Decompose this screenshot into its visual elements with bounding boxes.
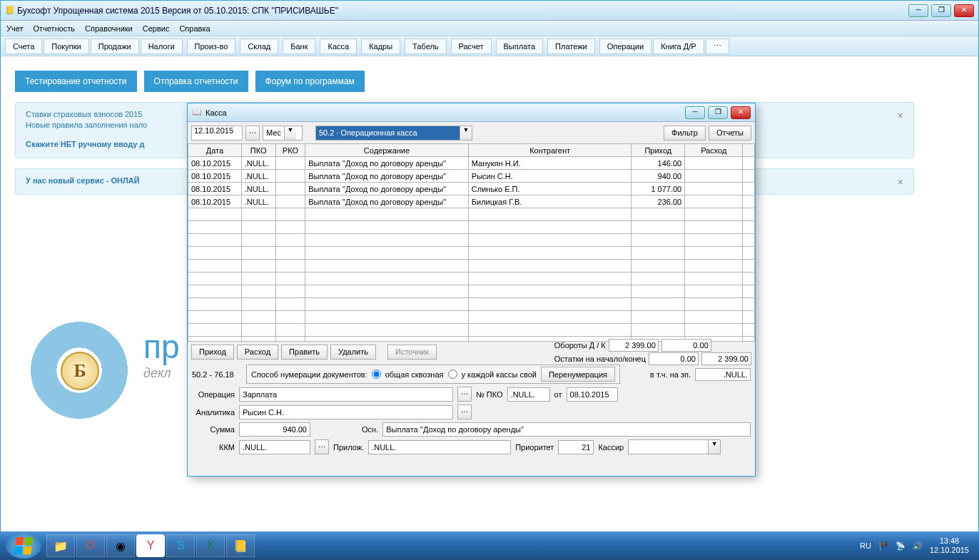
menu-uchet[interactable]: Учет [6, 24, 24, 33]
tool-nalogi[interactable]: Налоги [141, 39, 183, 54]
table-row[interactable] [188, 247, 755, 260]
income-button[interactable]: Приход [191, 345, 234, 360]
tool-kassa[interactable]: Касса [320, 39, 357, 54]
expense-button[interactable]: Расход [237, 345, 278, 360]
tool-raschet[interactable]: Расчет [451, 39, 492, 54]
date-input[interactable]: 12.10.2015 [191, 126, 243, 141]
tool-platezhi[interactable]: Платежи [547, 39, 595, 54]
table-row[interactable]: 08.10.2015.NULL.Выплата ''Доход по догов… [188, 157, 755, 170]
taskbar-excel-icon[interactable]: X [196, 534, 225, 557]
col-content[interactable]: Содержание [305, 144, 469, 157]
taskbar-yandex-icon[interactable]: Y [136, 534, 165, 557]
close-button[interactable]: ✕ [954, 4, 974, 17]
delete-button[interactable]: Удалить [330, 345, 376, 360]
modal-minimize-button[interactable]: ─ [685, 106, 705, 119]
send-reporting-button[interactable]: Отправка отчетности [144, 71, 248, 92]
edit-button[interactable]: Править [281, 345, 328, 360]
forum-button[interactable]: Форум по программам [255, 71, 365, 92]
tray-flag-icon[interactable]: 🏴 [878, 541, 888, 551]
col-pko[interactable]: ПКО [241, 144, 275, 157]
table-row[interactable] [188, 285, 755, 298]
menu-spravka[interactable]: Справка [179, 24, 210, 33]
salary-label: в т.ч. на зп. [650, 370, 691, 379]
maximize-button[interactable]: ❐ [931, 4, 951, 17]
tool-kniga[interactable]: Книга Д/Р [653, 39, 704, 54]
minimize-button[interactable]: ─ [908, 4, 928, 17]
kkm-input[interactable]: .NULL. [239, 440, 310, 454]
banner1-close-icon[interactable]: × [898, 110, 903, 121]
tool-operatsii[interactable]: Операции [599, 39, 651, 54]
taskbar-chrome-icon[interactable]: ◉ [106, 534, 135, 557]
tool-prodazhi[interactable]: Продажи [91, 39, 139, 54]
analytics-input[interactable]: Рысин С.Н. [239, 405, 453, 419]
table-row[interactable] [188, 221, 755, 234]
table-row[interactable]: 08.10.2015.NULL.Выплата ''Доход по догов… [188, 183, 755, 195]
windows-logo-icon [14, 537, 33, 554]
chevron-down-icon: ▼ [708, 440, 720, 454]
tool-vyplata[interactable]: Выплата [496, 39, 544, 54]
menu-spravochniki[interactable]: Справочники [85, 24, 133, 33]
period-combo[interactable]: Мес ▼ [263, 126, 303, 141]
col-agent[interactable]: Контрагент [468, 144, 631, 157]
col-out[interactable]: Расход [685, 144, 743, 157]
table-row[interactable]: 08.10.2015.NULL.Выплата ''Доход по догов… [188, 195, 755, 208]
chevron-down-icon: ▼ [460, 126, 472, 140]
menu-servis[interactable]: Сервис [143, 24, 170, 33]
col-in[interactable]: Приход [631, 144, 685, 157]
table-row[interactable] [188, 260, 755, 273]
taskbar-skype-icon[interactable]: S [166, 534, 195, 557]
taskbar-opera-icon[interactable]: O [76, 534, 105, 557]
cashier-combo[interactable]: ▼ [628, 439, 721, 454]
tool-pokupki[interactable]: Покупки [44, 39, 88, 54]
doc-date-input[interactable]: 08.10.2015 [567, 387, 618, 402]
tray-clock[interactable]: 13:48 12.10.2015 [930, 536, 969, 555]
logo-text: пр декл [143, 327, 180, 381]
col-date[interactable]: Дата [188, 144, 242, 157]
priority-input[interactable]: 21 [558, 440, 594, 454]
tray-volume-icon[interactable]: 🔊 [913, 541, 923, 551]
numbering-global-radio[interactable] [372, 370, 381, 379]
tool-tabel[interactable]: Табель [405, 39, 446, 54]
lang-indicator[interactable]: RU [860, 541, 871, 550]
modal-maximize-button[interactable]: ❐ [708, 106, 728, 119]
taskbar-explorer-icon[interactable]: 📁 [46, 534, 75, 557]
table-row[interactable] [188, 298, 755, 311]
tray-network-icon[interactable]: 📡 [896, 541, 906, 551]
cash-grid[interactable]: Дата ПКО РКО Содержание Контрагент Прихо… [188, 143, 755, 342]
tool-proizvo[interactable]: Произ-во [187, 39, 236, 54]
table-row[interactable] [188, 324, 755, 337]
start-button[interactable] [6, 533, 41, 559]
reports-button[interactable]: Отчеты [709, 126, 751, 141]
taskbar-buhsoft-icon[interactable]: 📒 [226, 534, 255, 557]
tool-more[interactable]: ⋯ [706, 39, 729, 54]
basis-input[interactable]: Выплата ''Доход по договору аренды'' [382, 422, 751, 437]
tool-kadry[interactable]: Кадры [361, 39, 400, 54]
analytics-lookup-button[interactable]: … [457, 404, 472, 419]
cash-account-combo[interactable]: 50.2 · Операционная касса ▼ [315, 126, 472, 141]
numbering-percash-radio[interactable] [448, 370, 457, 379]
table-row[interactable] [188, 208, 755, 221]
source-button[interactable]: Источник [387, 345, 437, 360]
table-row[interactable] [188, 311, 755, 324]
date-picker-button[interactable]: … [245, 126, 260, 141]
sum-input[interactable]: 940.00 [239, 422, 310, 437]
tool-bank[interactable]: Банк [283, 39, 315, 54]
renumber-button[interactable]: Перенумерация [541, 367, 615, 382]
table-row[interactable]: 08.10.2015.NULL.Выплата ''Доход по догов… [188, 170, 755, 183]
menu-otchetnost[interactable]: Отчетность [34, 24, 76, 33]
tool-scheta[interactable]: Счета [5, 39, 42, 54]
table-row[interactable] [188, 273, 755, 285]
attach-input[interactable]: .NULL. [368, 440, 511, 454]
test-reporting-button[interactable]: Тестирование отчетности [15, 71, 137, 92]
filter-button[interactable]: Фильтр [664, 126, 706, 141]
operation-input[interactable]: Зарплата [239, 387, 453, 402]
col-rko[interactable]: РКО [275, 144, 305, 157]
operation-lookup-button[interactable]: … [457, 387, 472, 402]
pko-number-input[interactable]: .NULL. [507, 387, 550, 402]
tool-sklad[interactable]: Склад [240, 39, 278, 54]
modal-title: Касса [206, 108, 227, 117]
banner2-close-icon[interactable]: × [898, 176, 903, 188]
table-row[interactable] [188, 234, 755, 247]
modal-close-button[interactable]: ✕ [731, 106, 751, 119]
kkm-lookup-button[interactable]: … [315, 439, 329, 454]
